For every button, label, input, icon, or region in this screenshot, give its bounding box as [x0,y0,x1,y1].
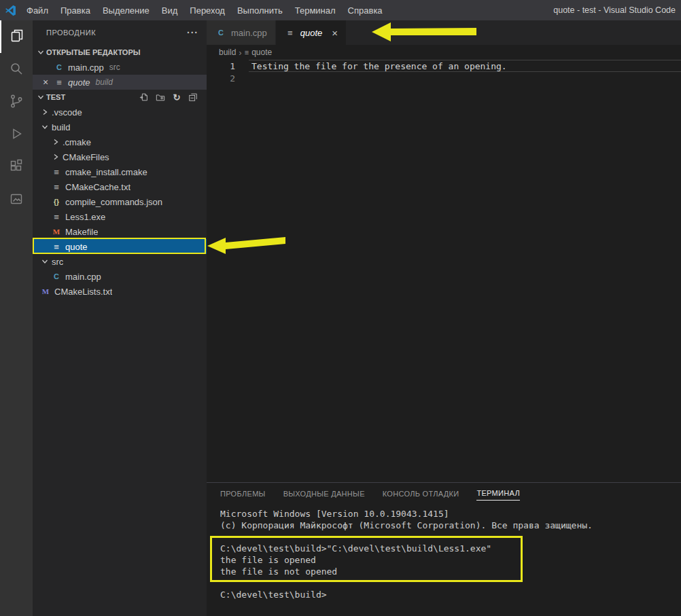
extensions-activity-button[interactable] [0,151,33,183]
code-editor[interactable]: 1 Testing the file for the presence of a… [207,60,681,482]
open-editor-item-quote[interactable]: × ≡ quote build [33,75,207,90]
more-actions-icon[interactable]: ··· [187,27,198,38]
tab-output[interactable]: ВЫХОДНЫЕ ДАННЫЕ [283,490,365,501]
current-line-highlight [249,60,681,72]
new-file-icon[interactable] [139,92,150,103]
breadcrumb[interactable]: build › ≡ quote [207,45,681,60]
tree-item-compile-commands[interactable]: {} compile_commands.json [33,194,207,209]
terminal-output[interactable]: Microsoft Windows [Version 10.0.19043.14… [207,503,681,600]
chevron-down-icon [35,92,46,103]
terminal-line: the file is not opened [220,566,681,577]
menu-run[interactable]: Выполнить [231,0,289,20]
collapse-all-icon[interactable] [188,92,198,103]
open-editor-item-maincpp[interactable]: C main.cpp src [33,60,207,75]
run-debug-icon [8,126,24,144]
cpp-file-icon: C [50,272,63,280]
breadcrumb-file[interactable]: quote [251,48,272,57]
open-editor-badge: src [109,62,120,72]
tree-item-cmake-folder[interactable]: .cmake [33,134,207,149]
tree-item-cmakelists[interactable]: M CMakeLists.txt [33,284,207,299]
new-folder-icon[interactable] [155,92,166,103]
open-editors-label: ОТКРЫТЫЕ РЕДАКТОРЫ [46,48,141,56]
tree-item-cmake-install[interactable]: ≡ cmake_install.cmake [33,164,207,179]
breadcrumb-folder[interactable]: build [219,48,236,57]
terminal-line: Microsoft Windows [Version 10.0.19043.14… [220,508,681,520]
file-icon: ≡ [50,167,63,177]
tab-problems[interactable]: ПРОБЛЕМЫ [220,490,266,501]
chevron-right-icon: › [239,48,241,58]
open-editors-header[interactable]: ОТКРЫТЫЕ РЕДАКТОРЫ [33,45,207,60]
editor-tab-bar: C main.cpp ≡ quote × [207,20,681,45]
terminal-line [220,531,681,543]
cmake-file-icon: M [39,287,52,295]
menu-help[interactable]: Справка [342,0,389,20]
chevron-right-icon [50,151,61,162]
tree-item-vscode[interactable]: .vscode [33,105,207,120]
chevron-down-icon [39,122,50,132]
tree-item-maincpp[interactable]: C main.cpp [33,269,207,284]
file-icon: ≡ [50,182,63,192]
menu-terminal[interactable]: Терминал [289,0,342,20]
sidebar-title-row: ПРОВОДНИК ··· [33,20,207,45]
tab-terminal[interactable]: ТЕРМИНАЛ [476,489,519,501]
tree-item-build[interactable]: build [33,120,207,134]
terminal-line [220,577,681,589]
file-icon: ≡ [50,242,63,252]
editor-group: C main.cpp ≡ quote × build › ≡ quote 1 T… [207,20,681,482]
json-file-icon: {} [50,198,63,206]
panel-tab-bar: ПРОБЛЕМЫ ВЫХОДНЫЕ ДАННЫЕ КОНСОЛЬ ОТЛАДКИ… [207,483,681,503]
file-icon: ≡ [53,77,65,88]
menu-view[interactable]: Вид [156,0,184,20]
workspace-name: TEST [46,93,65,101]
tab-label: quote [300,28,323,38]
chevron-down-icon [39,256,50,267]
tab-debug-console[interactable]: КОНСОЛЬ ОТЛАДКИ [383,490,459,501]
image-viewer-activity-button[interactable] [0,183,33,216]
tree-item-quote[interactable]: ≡ quote [33,239,207,254]
open-editor-label: main.cpp [68,62,104,73]
tree-item-src[interactable]: src [33,254,207,269]
title-bar: Файл Правка Выделение Вид Переход Выполн… [0,0,681,20]
close-icon[interactable]: × [38,77,53,88]
search-icon [8,60,24,79]
chevron-right-icon [50,137,61,147]
makefile-icon: M [50,228,63,236]
menu-selection[interactable]: Выделение [97,0,156,20]
window-title: quote - test - Visual Studio Code [553,0,676,20]
refresh-icon[interactable]: ↻ [171,92,182,103]
line-number: 2 [207,73,249,84]
cpp-file-icon: C [215,29,227,37]
extensions-icon [8,158,24,177]
image-icon [8,191,24,209]
explorer-icon [9,28,25,46]
tree-item-cmakecache[interactable]: ≡ CMakeCache.txt [33,179,207,194]
run-debug-activity-button[interactable] [0,118,33,151]
menu-file[interactable]: Файл [20,0,54,20]
file-icon: ≡ [284,28,296,38]
chevron-right-icon [39,107,50,117]
tree-item-makefile[interactable]: M Makefile [33,224,207,239]
open-editor-badge: build [96,77,113,87]
menu-go[interactable]: Переход [184,0,231,20]
explorer-activity-button[interactable] [0,20,33,53]
open-editor-label: quote [68,77,90,88]
tab-quote[interactable]: ≡ quote × [276,20,347,45]
tab-maincpp[interactable]: C main.cpp [207,20,276,45]
sidebar-title: ПРОВОДНИК [46,29,96,37]
file-icon: ≡ [245,48,249,56]
cpp-file-icon: C [53,63,65,71]
menu-edit[interactable]: Правка [54,0,97,20]
line-number: 1 [207,61,249,71]
chevron-down-icon [35,47,46,58]
tree-item-less1-exe[interactable]: ≡ Less1.exe [33,209,207,224]
tree-item-cmakefiles[interactable]: CMakeFiles [33,149,207,164]
code-line-2: 2 [207,72,681,84]
terminal-line: the file is opened [220,554,681,566]
search-activity-button[interactable] [0,53,33,86]
tree-section-header[interactable]: TEST ↻ [33,90,207,105]
source-control-icon [8,93,24,111]
activity-bar [0,20,33,616]
vscode-logo-icon [0,5,20,16]
close-icon[interactable]: × [332,28,338,38]
source-control-activity-button[interactable] [0,86,33,118]
